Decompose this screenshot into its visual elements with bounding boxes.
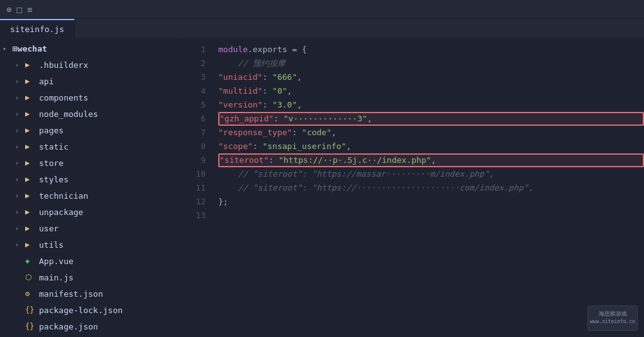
code-line-4: "multiid": "0", — [218, 84, 644, 98]
icon-package-lock-json: {} — [25, 306, 36, 314]
tab-label: siteinfo.js — [10, 25, 64, 34]
chevron-unpackage: › — [15, 209, 25, 216]
icon-api: ▶ — [25, 77, 36, 86]
label-utils: utils — [39, 240, 64, 250]
sidebar-item-app-vue[interactable]: ◈ App.vue — [0, 253, 182, 269]
sidebar-item-hbuilderx[interactable]: › ▶ .hbuilderx — [0, 57, 182, 73]
line-num-9: 9 — [182, 153, 206, 167]
icon-node_modules: ▶ — [25, 109, 36, 118]
label-unpackage: unpackage — [39, 207, 83, 217]
line-num-2: 2 — [182, 57, 206, 70]
label-static: static — [39, 142, 69, 152]
menu-icon[interactable]: ≡ — [27, 4, 32, 14]
tab-bar: siteinfo.js — [0, 19, 644, 38]
sidebar-item-pages[interactable]: › ▶ pages — [0, 122, 182, 138]
code-line-2: // 预约按摩 — [218, 57, 644, 70]
chevron-technician: › — [15, 192, 25, 199]
code-line-6: "gzh_appid": "v·············3", — [218, 112, 644, 126]
chevron-hbuilderx: › — [15, 62, 25, 69]
chevron-static: › — [15, 143, 25, 150]
label-node_modules: node_modules — [39, 109, 98, 119]
code-content: module.exports = { // 预约按摩 "uniacid": "6… — [211, 38, 644, 324]
label-hbuilderx: .hbuilderx — [39, 60, 88, 70]
line-num-5: 5 — [182, 98, 206, 112]
chevron-api: › — [15, 78, 25, 85]
code-line-7: "response_type": "code", — [218, 126, 644, 140]
chevron-store: › — [15, 160, 25, 167]
icon-package-json: {} — [25, 322, 36, 331]
sidebar-item-store[interactable]: › ▶ store — [0, 155, 182, 171]
chevron-pages: › — [15, 127, 25, 134]
code-line-1: module.exports = { — [218, 43, 644, 57]
tab-siteinfo[interactable]: siteinfo.js — [0, 19, 75, 38]
code-line-9: "siteroot": "https://··p·.5j.c··/index.p… — [218, 153, 644, 167]
window-icon[interactable]: □ — [16, 4, 21, 14]
code-line-12: }; — [218, 195, 644, 209]
line-num-4: 4 — [182, 84, 206, 98]
sidebar-item-manifest-json[interactable]: ⚙ manifest.json — [0, 285, 182, 302]
line-num-12: 12 — [182, 195, 206, 209]
sidebar-tree: › ▶ .hbuilderx › ▶ api › ▶ components › … — [0, 57, 182, 337]
sidebar-item-api[interactable]: › ▶ api — [0, 73, 182, 89]
chevron-node_modules: › — [15, 111, 25, 118]
root-label: wechat — [18, 44, 47, 53]
root-chevron: ▾ — [3, 45, 13, 52]
label-styles: styles — [39, 175, 69, 184]
label-app-vue: App.vue — [39, 257, 74, 266]
chevron-user: › — [15, 225, 25, 232]
sidebar-item-package-lock-json[interactable]: {} package-lock.json — [0, 302, 182, 318]
code-line-8: "scope": "snsapi_userinfo", — [218, 140, 644, 153]
root-icon: ⊞ — [13, 44, 18, 53]
icon-utils: ▶ — [25, 240, 36, 249]
label-store: store — [39, 158, 64, 168]
icon-user: ▶ — [25, 224, 36, 233]
icon-main-js: ⬡ — [25, 273, 36, 282]
line-num-6: 6 — [182, 112, 206, 126]
sidebar-item-styles[interactable]: › ▶ styles — [0, 171, 182, 187]
icon-unpackage: ▶ — [25, 207, 36, 216]
line-num-8: 8 — [182, 140, 206, 153]
code-line-13 — [218, 209, 644, 223]
main-layout: ▾ ⊞ wechat › ▶ .hbuilderx › ▶ api › ▶ co… — [0, 38, 644, 337]
icon-pages: ▶ — [25, 126, 36, 135]
sidebar-item-static[interactable]: › ▶ static — [0, 138, 182, 155]
sidebar-item-node_modules[interactable]: › ▶ node_modules — [0, 106, 182, 122]
add-icon[interactable]: ⊕ — [6, 4, 11, 14]
code-area: 12345678910111213 module.exports = { // … — [182, 38, 644, 337]
line-num-11: 11 — [182, 181, 206, 195]
sidebar-item-pages-json[interactable]: {} pages.json — [0, 334, 182, 337]
line-num-13: 13 — [182, 209, 206, 223]
watermark: 海思棋游戏www.siteinfo.cn — [587, 306, 638, 331]
label-package-json: package.json — [39, 322, 98, 331]
icon-manifest-json: ⚙ — [25, 289, 36, 298]
sidebar-item-components[interactable]: › ▶ components — [0, 89, 182, 106]
icon-hbuilderx: ▶ — [25, 60, 36, 69]
icon-app-vue: ◈ — [25, 257, 36, 265]
chevron-utils: › — [15, 241, 25, 248]
icon-components: ▶ — [25, 93, 36, 102]
icon-store: ▶ — [25, 158, 36, 167]
label-user: user — [39, 224, 58, 233]
sidebar-item-user[interactable]: › ▶ user — [0, 220, 182, 236]
line-num-10: 10 — [182, 167, 206, 181]
label-manifest-json: manifest.json — [39, 289, 103, 299]
label-components: components — [39, 93, 88, 102]
code-line-10: // "siteroot": "https://massar·········m… — [218, 167, 644, 181]
chevron-styles: › — [15, 176, 25, 183]
sidebar-item-technician[interactable]: › ▶ technician — [0, 187, 182, 204]
title-bar: ⊕ □ ≡ — [0, 0, 644, 19]
icon-technician: ▶ — [25, 191, 36, 200]
sidebar-item-main-js[interactable]: ⬡ main.js — [0, 269, 182, 285]
editor[interactable]: 12345678910111213 module.exports = { // … — [182, 38, 644, 337]
line-num-1: 1 — [182, 43, 206, 57]
label-pages: pages — [39, 126, 64, 135]
sidebar-item-unpackage[interactable]: › ▶ unpackage — [0, 204, 182, 220]
line-num-7: 7 — [182, 126, 206, 140]
icon-styles: ▶ — [25, 175, 36, 184]
sidebar-item-package-json[interactable]: {} package.json — [0, 318, 182, 334]
watermark-text: 海思棋游戏www.siteinfo.cn — [590, 311, 635, 325]
sidebar: ▾ ⊞ wechat › ▶ .hbuilderx › ▶ api › ▶ co… — [0, 38, 182, 337]
label-technician: technician — [39, 191, 88, 201]
sidebar-item-utils[interactable]: › ▶ utils — [0, 236, 182, 253]
sidebar-root-wechat[interactable]: ▾ ⊞ wechat — [0, 40, 182, 57]
